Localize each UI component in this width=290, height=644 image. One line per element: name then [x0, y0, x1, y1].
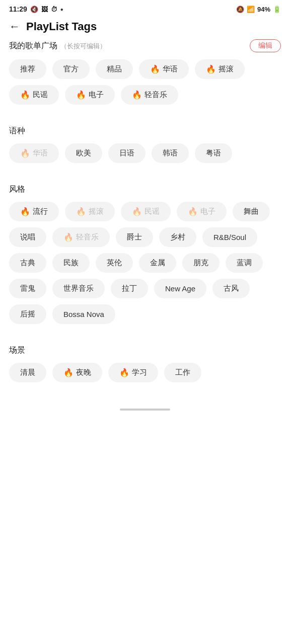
tag-my-square-4[interactable]: 🔥摇滚 [195, 59, 245, 79]
tag-label-my-square-0: 推荐 [20, 64, 35, 74]
tag-style-10[interactable]: 古典 [9, 253, 46, 273]
fire-icon-style-0: 🔥 [20, 207, 30, 216]
status-bar: 11:29 🔇 🖼 ⏱ ● 🔕 📶 94% 🔋 [0, 0, 290, 16]
section-subtitle-my-square: （长按可编辑） [60, 42, 106, 50]
tag-label-language-0: 华语 [33, 148, 48, 158]
fire-icon-my-square-7: 🔥 [132, 90, 142, 100]
tag-label-my-square-6: 电子 [89, 90, 104, 100]
tag-scene-3[interactable]: 工作 [164, 363, 201, 382]
tag-language-1[interactable]: 欧美 [65, 143, 102, 163]
tag-style-19[interactable]: New Age [154, 279, 206, 298]
fire-icon-style-1: 🔥 [76, 207, 86, 216]
tag-style-2[interactable]: 🔥民谣 [121, 202, 171, 221]
tag-label-style-8: 乡村 [170, 232, 185, 242]
section-my-square: 我的歌单广场（长按可编辑）编辑推荐官方精品🔥华语🔥摇滚🔥民谣🔥电子🔥轻音乐 [0, 39, 290, 126]
tag-label-style-14: 朋克 [193, 258, 208, 268]
tag-style-3[interactable]: 🔥电子 [177, 202, 227, 221]
tag-style-16[interactable]: 雷鬼 [9, 279, 46, 298]
tag-label-style-15: 蓝调 [237, 258, 252, 268]
tag-label-scene-1: 夜晚 [76, 368, 91, 377]
section-title-language: 语种 [9, 126, 25, 135]
section-header-language: 语种 [9, 126, 281, 136]
tag-my-square-3[interactable]: 🔥华语 [139, 59, 189, 79]
tag-style-1[interactable]: 🔥摇滚 [65, 202, 115, 221]
tag-label-style-4: 舞曲 [244, 207, 259, 216]
tag-style-11[interactable]: 民族 [52, 253, 90, 273]
fire-icon-style-6: 🔥 [63, 232, 74, 242]
tag-label-style-11: 民族 [63, 258, 79, 268]
section-scene: 场景清晨🔥夜晚🔥学习工作 [0, 345, 290, 404]
section-header-my-square: 我的歌单广场（长按可编辑）编辑 [9, 39, 281, 52]
scroll-indicator [0, 404, 290, 413]
tag-my-square-5[interactable]: 🔥民谣 [9, 85, 59, 105]
tag-style-0[interactable]: 🔥流行 [9, 202, 59, 221]
tag-label-scene-3: 工作 [175, 368, 190, 377]
tag-label-style-20: 古风 [224, 284, 239, 293]
tag-label-style-6: 轻音乐 [76, 232, 99, 242]
edit-button-my-square[interactable]: 编辑 [250, 39, 281, 52]
page-title: PlayList Tags [26, 20, 97, 33]
fire-icon-my-square-4: 🔥 [206, 64, 216, 74]
tag-scene-0[interactable]: 清晨 [9, 363, 46, 382]
tag-style-18[interactable]: 拉丁 [111, 279, 148, 298]
tag-label-my-square-7: 轻音乐 [144, 90, 167, 100]
phone-icon: 🔇 [30, 6, 38, 13]
tags-grid-my-square: 推荐官方精品🔥华语🔥摇滚🔥民谣🔥电子🔥轻音乐 [9, 59, 281, 105]
tag-label-style-0: 流行 [33, 207, 48, 216]
tag-style-7[interactable]: 爵士 [116, 227, 153, 247]
tag-style-9[interactable]: R&B/Soul [202, 227, 257, 247]
tag-label-style-18: 拉丁 [122, 284, 137, 293]
tag-my-square-2[interactable]: 精品 [96, 59, 133, 79]
fire-icon-scene-2: 🔥 [119, 368, 129, 377]
fire-icon-my-square-5: 🔥 [20, 90, 30, 100]
tag-label-language-1: 欧美 [76, 148, 91, 158]
tag-style-5[interactable]: 说唱 [9, 227, 46, 247]
tag-style-22[interactable]: Bossa Nova [52, 304, 115, 324]
dot-icon: ● [60, 7, 63, 12]
tag-my-square-7[interactable]: 🔥轻音乐 [121, 85, 178, 105]
mute-icon: 🔕 [236, 6, 244, 13]
section-title-scene: 场景 [9, 346, 25, 354]
tag-style-20[interactable]: 古风 [212, 279, 250, 298]
tag-language-3[interactable]: 韩语 [152, 143, 189, 163]
tag-my-square-1[interactable]: 官方 [52, 59, 90, 79]
tag-style-8[interactable]: 乡村 [159, 227, 196, 247]
header: ← PlayList Tags [0, 16, 290, 39]
tag-my-square-6[interactable]: 🔥电子 [65, 85, 115, 105]
tag-style-13[interactable]: 金属 [139, 253, 176, 273]
section-title-wrap-my-square: 我的歌单广场（长按可编辑） [9, 41, 106, 51]
tag-style-21[interactable]: 后摇 [9, 304, 46, 324]
section-title-wrap-language: 语种 [9, 126, 25, 136]
tag-label-scene-0: 清晨 [20, 368, 35, 377]
tag-language-4[interactable]: 粤语 [195, 143, 232, 163]
section-language: 语种🔥华语欧美日语韩语粤语 [0, 126, 290, 184]
tag-style-12[interactable]: 英伦 [96, 253, 133, 273]
wifi-icon: 📶 [247, 6, 255, 13]
tag-language-0[interactable]: 🔥华语 [9, 143, 59, 163]
tag-style-14[interactable]: 朋克 [182, 253, 220, 273]
back-button[interactable]: ← [9, 20, 20, 33]
tag-label-style-2: 民谣 [144, 207, 160, 216]
status-right: 🔕 📶 94% 🔋 [236, 6, 281, 13]
tag-label-style-5: 说唱 [20, 232, 35, 242]
section-header-style: 风格 [9, 184, 281, 195]
tag-label-my-square-3: 华语 [163, 64, 178, 74]
tag-label-my-square-2: 精品 [107, 64, 122, 74]
tag-style-15[interactable]: 蓝调 [226, 253, 263, 273]
tag-label-style-10: 古典 [20, 258, 35, 268]
tag-label-style-7: 爵士 [127, 232, 142, 242]
tag-style-6[interactable]: 🔥轻音乐 [52, 227, 110, 247]
tags-grid-scene: 清晨🔥夜晚🔥学习工作 [9, 363, 281, 382]
tag-my-square-0[interactable]: 推荐 [9, 59, 46, 79]
scroll-bar [120, 409, 170, 411]
section-title-style: 风格 [9, 185, 25, 193]
tag-style-4[interactable]: 舞曲 [233, 202, 270, 221]
battery-icon: 🔋 [273, 6, 281, 13]
tag-scene-2[interactable]: 🔥学习 [108, 363, 158, 382]
status-left: 11:29 🔇 🖼 ⏱ ● [9, 5, 63, 13]
section-title-wrap-style: 风格 [9, 184, 25, 195]
tag-scene-1[interactable]: 🔥夜晚 [52, 363, 102, 382]
tag-style-17[interactable]: 世界音乐 [52, 279, 105, 298]
tag-label-style-17: 世界音乐 [63, 284, 94, 293]
tag-language-2[interactable]: 日语 [108, 143, 146, 163]
